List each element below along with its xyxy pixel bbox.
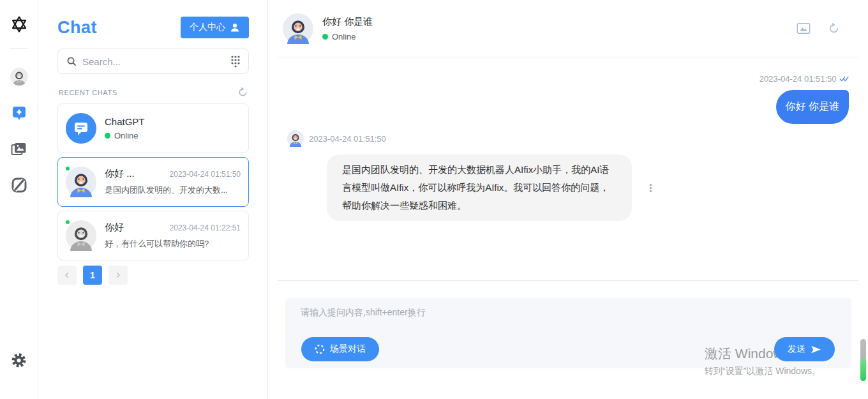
chat-item-name: ChatGPT <box>105 116 241 127</box>
panel-title: Chat <box>57 18 97 38</box>
conversation-avatar <box>283 13 313 44</box>
profile-center-button[interactable]: 个人中心 <box>181 17 249 38</box>
refresh-conversation-button[interactable] <box>828 23 839 34</box>
more-dots-icon <box>650 184 652 186</box>
person-icon <box>230 22 240 33</box>
conversation-status: Online <box>332 32 356 41</box>
chat-item-preview: 是国内团队发明的、开发的大数... <box>105 184 241 196</box>
online-dot <box>105 133 110 139</box>
outgoing-bubble: 你好 你是谁 <box>776 90 849 124</box>
settings-gear-icon <box>10 352 27 369</box>
send-button[interactable]: 发送 <box>774 337 835 361</box>
presence-dot <box>64 165 71 172</box>
chat-list-item[interactable]: 你好 2023-04-24 01:22:51 好，有什么可以帮助你的吗? <box>57 211 249 260</box>
refresh-icon <box>828 23 839 34</box>
openai-logo-icon <box>9 14 29 34</box>
user-avatar-icon <box>287 130 304 147</box>
rail-nav-ai-chat[interactable] <box>11 105 27 121</box>
search-icon <box>66 56 77 66</box>
incoming-bubble: 是国内团队发明的、开发的大数据机器人AIfix小助手，我的AI语言模型叫做AIf… <box>327 154 632 221</box>
outgoing-message: 2023-04-24 01:51:50 你好 你是谁 <box>278 73 858 124</box>
chevron-left-icon <box>64 272 70 278</box>
chat-item-status: Online <box>114 131 138 140</box>
user-avatar-icon <box>10 68 28 86</box>
dialpad-icon <box>231 56 240 68</box>
message-list: 2023-04-24 01:51:50 你好 你是谁 2023-04-24 01… <box>278 57 858 281</box>
send-icon <box>811 345 821 354</box>
recent-chats-label: RECENT CHATS <box>59 89 117 96</box>
chat-application: Chat 个人中心 <box>0 0 868 399</box>
conversation-area: 你好 你是谁 Online <box>268 0 868 399</box>
avatar <box>66 220 96 251</box>
chat-item-time: 2023-04-24 01:51:50 <box>170 170 241 179</box>
image-tool-button[interactable] <box>797 22 811 34</box>
dialpad-button[interactable] <box>231 56 240 68</box>
double-check-icon <box>839 75 849 82</box>
page-1-button[interactable]: 1 <box>83 266 102 285</box>
ai-chat-bubble-icon <box>11 105 27 121</box>
icon-rail <box>0 0 38 399</box>
user-avatar-icon <box>283 13 313 44</box>
chat-item-time: 2023-04-24 01:22:51 <box>170 223 241 232</box>
profile-center-label: 个人中心 <box>190 22 225 33</box>
openai-logo[interactable] <box>9 14 29 34</box>
rail-nav-tools[interactable] <box>11 177 27 193</box>
slash-square-icon <box>11 177 27 193</box>
rail-nav-gallery[interactable] <box>10 140 27 158</box>
message-timestamp: 2023-04-24 01:51:50 <box>760 74 837 84</box>
refresh-chats-button[interactable] <box>238 87 248 97</box>
user-avatar-icon <box>66 167 96 197</box>
message-more-button[interactable] <box>650 184 652 192</box>
chat-item-preview: 好，有什么可以帮助你的吗? <box>105 238 241 250</box>
avatar <box>66 113 96 144</box>
chat-item-title: 你好 <box>105 222 124 234</box>
scene-dialog-label: 场景对话 <box>330 343 366 355</box>
avatar <box>66 167 96 197</box>
online-dot <box>322 34 328 40</box>
message-input[interactable] <box>301 307 675 335</box>
chat-item-title: 你好 ... <box>105 168 135 180</box>
rail-nav-settings[interactable] <box>10 352 27 369</box>
pagination: 1 <box>57 266 249 285</box>
scrollbar-thumb[interactable] <box>860 339 866 381</box>
scene-icon <box>315 344 325 354</box>
conversation-header: 你好 你是谁 Online <box>278 0 858 57</box>
search-input[interactable] <box>82 56 231 67</box>
scene-dialog-button[interactable]: 场景对话 <box>301 337 379 361</box>
composer: 场景对话 发送 <box>278 281 858 368</box>
image-icon <box>797 22 811 34</box>
search-box <box>57 49 249 74</box>
incoming-message: 2023-04-24 01:51:50 是国内团队发明的、开发的大数据机器人AI… <box>278 130 858 221</box>
send-label: 发送 <box>788 343 805 355</box>
chat-list-item-selected[interactable]: 你好 ... 2023-04-24 01:51:50 是国内团队发明的、开发的大… <box>57 157 249 207</box>
user-avatar-grey-icon <box>66 220 96 251</box>
conversation-title: 你好 你是谁 <box>322 16 373 28</box>
presence-dot <box>64 219 71 225</box>
rail-divider <box>10 48 28 49</box>
chatgpt-avatar-icon <box>66 113 96 144</box>
chat-list: ChatGPT Online 你好 ... 2023-04-24 01:51:5… <box>57 103 249 260</box>
next-page-button[interactable] <box>108 266 128 285</box>
composer-box: 场景对话 发送 <box>285 298 851 368</box>
chat-list-item-chatgpt[interactable]: ChatGPT Online <box>57 103 249 153</box>
message-timestamp: 2023-04-24 01:51:50 <box>309 134 386 144</box>
chevron-right-icon <box>115 272 121 278</box>
rail-user-avatar[interactable] <box>10 68 28 86</box>
refresh-icon <box>238 87 248 97</box>
chat-list-panel: Chat 个人中心 <box>38 0 268 399</box>
gallery-icon <box>10 140 27 158</box>
prev-page-button[interactable] <box>57 266 77 285</box>
